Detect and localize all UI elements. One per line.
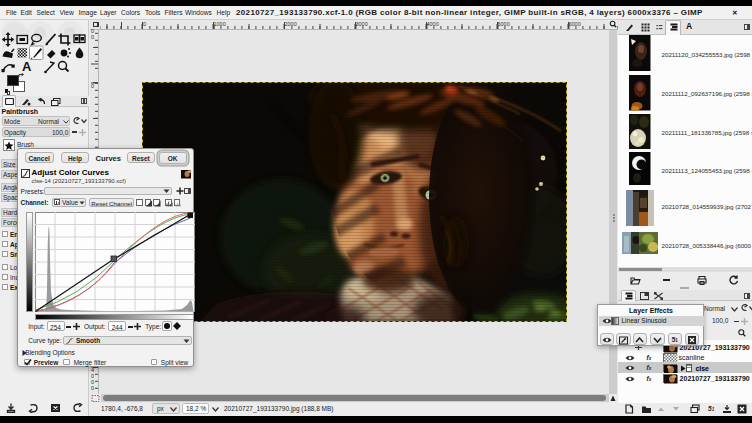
svg-text:A: A <box>22 59 32 74</box>
